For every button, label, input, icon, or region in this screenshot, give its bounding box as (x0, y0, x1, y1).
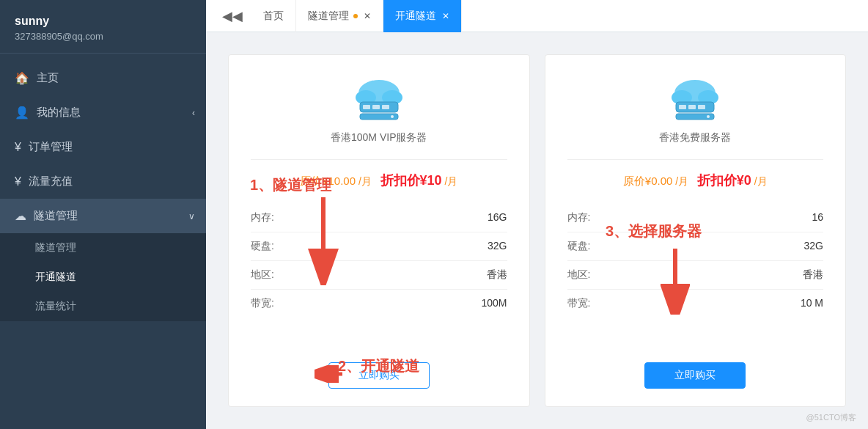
specs-vip: 内存: 16G 硬盘: 32G 地区: 香港 带宽: 100M (251, 204, 507, 318)
specs-free: 内存: 16 硬盘: 32G 地区: 香港 带宽: 10 M (567, 204, 824, 318)
svg-point-17 (707, 115, 710, 118)
spec-value-bw-vip: 100M (481, 297, 507, 310)
sidebar-username: sunny (15, 15, 191, 28)
price-discount-vip: 折扣价¥10 (380, 173, 442, 188)
server-name-vip: 香港100M VIP服务器 (331, 131, 427, 144)
tabbar: ◀◀ 首页 隧道管理 ✕ 开通隧道 ✕ (206, 0, 868, 32)
svg-rect-15 (698, 105, 705, 109)
price-unit2-vip: /月 (444, 175, 457, 187)
card-divider-vip (251, 159, 507, 160)
spec-value-mem-free: 16 (812, 211, 823, 224)
svg-rect-6 (382, 105, 389, 109)
price-discount-free: 折扣价¥0 (697, 173, 751, 188)
tab-tunnelmgmt[interactable]: 隧道管理 ✕ (296, 0, 383, 32)
server-card-hk-vip: 香港100M VIP服务器 原价¥10.00 /月 折扣价¥10 /月 内存: … (228, 54, 530, 407)
sidebar-item-tunnelmgmt-label: 隧道管理 (34, 209, 78, 223)
price-unit1-free: /月 (675, 175, 688, 187)
spec-label-mem-free: 内存: (567, 211, 591, 224)
card-divider-free (567, 159, 824, 160)
sidebar-nav: 🏠 主页 👤 我的信息 ‹ ¥ 订单管理 ¥ 流量充值 ☁ 隧道管理 ∨ 隧道管… (0, 54, 206, 429)
cloud-icon: ☁ (15, 209, 26, 223)
spec-value-mem-vip: 16G (488, 211, 507, 224)
server-name-free: 香港免费服务器 (659, 131, 731, 144)
price-row-free: 原价¥0.00 /月 折扣价¥0 /月 (623, 172, 768, 189)
price-original-free: 原价¥0.00 (623, 175, 673, 187)
buy-button-free[interactable]: 立即购买 (644, 362, 746, 389)
server-cloud-icon-vip (350, 77, 408, 121)
spec-label-disk-free: 硬盘: (567, 240, 591, 253)
sidebar-item-order[interactable]: ¥ 订单管理 (0, 130, 206, 164)
sidebar-user: sunny 327388905@qq.com (0, 0, 206, 54)
spec-row-disk-vip: 硬盘: 32G (251, 232, 507, 261)
main-content: ◀◀ 首页 隧道管理 ✕ 开通隧道 ✕ (206, 0, 868, 429)
home-icon: 🏠 (15, 71, 29, 85)
spec-row-region-vip: 地区: 香港 (251, 261, 507, 290)
sidebar-item-myinfo-label: 我的信息 (37, 106, 81, 120)
spec-value-region-free: 香港 (803, 268, 823, 282)
price-unit1-vip: /月 (358, 175, 372, 187)
order-icon: ¥ (15, 141, 21, 154)
spec-label-bw-vip: 带宽: (251, 297, 274, 310)
spec-value-bw-free: 10 M (801, 297, 823, 310)
tab-home-label: 首页 (263, 10, 284, 23)
spec-label-disk-vip: 硬盘: (251, 240, 274, 253)
svg-rect-13 (679, 105, 686, 109)
sidebar-subitem-opentunnel[interactable]: 开通隧道 (0, 263, 206, 292)
spec-row-bw-free: 带宽: 10 M (567, 290, 824, 318)
spec-row-bw-vip: 带宽: 100M (251, 290, 507, 318)
tab-opentunnel[interactable]: 开通隧道 ✕ (383, 0, 462, 32)
tab-home[interactable]: 首页 (251, 0, 296, 32)
traffic-icon: ¥ (15, 175, 21, 188)
sidebar-item-myinfo[interactable]: 👤 我的信息 ‹ (0, 95, 206, 130)
tab-back-button[interactable]: ◀◀ (213, 8, 251, 24)
sidebar-item-home[interactable]: 🏠 主页 (0, 61, 206, 95)
price-row-vip: 原价¥10.00 /月 折扣价¥10 /月 (300, 172, 457, 189)
price-unit2-free: /月 (754, 175, 768, 187)
spec-value-disk-free: 32G (804, 240, 823, 253)
server-card-hk-free: 香港免费服务器 原价¥0.00 /月 折扣价¥0 /月 内存: 16 硬盘: 3… (545, 54, 847, 407)
spec-label-mem-vip: 内存: (251, 211, 274, 224)
sidebar-item-order-label: 订单管理 (29, 140, 73, 154)
spec-row-region-free: 地区: 香港 (567, 261, 824, 290)
svg-rect-14 (688, 105, 696, 109)
sidebar-item-tunnelmgmt[interactable]: ☁ 隧道管理 ∨ (0, 199, 206, 233)
sidebar-subitem-trafficstats[interactable]: 流量统计 (0, 292, 206, 321)
spec-label-bw-free: 带宽: (567, 297, 591, 310)
tab-tunnelmgmt-label: 隧道管理 (308, 10, 349, 23)
spec-label-region-free: 地区: (567, 268, 591, 282)
spec-label-region-vip: 地区: (251, 268, 274, 282)
tab-dot (353, 14, 358, 18)
spec-row-mem-free: 内存: 16 (567, 204, 824, 232)
tab-opentunnel-label: 开通隧道 (395, 10, 436, 23)
svg-point-8 (391, 115, 394, 118)
buy-button-vip[interactable]: 立即购买 (328, 362, 430, 389)
content-area: 香港100M VIP服务器 原价¥10.00 /月 折扣价¥10 /月 内存: … (206, 32, 868, 429)
sidebar: sunny 327388905@qq.com 🏠 主页 👤 我的信息 ‹ ¥ 订… (0, 0, 206, 429)
sidebar-submenu: 隧道管理 开通隧道 流量统计 (0, 233, 206, 321)
sidebar-useremail: 327388905@qq.com (15, 31, 191, 42)
sidebar-subitem-tunnellist[interactable]: 隧道管理 (0, 233, 206, 263)
tab-opentunnel-close[interactable]: ✕ (442, 11, 449, 21)
tab-tunnelmgmt-close[interactable]: ✕ (364, 11, 371, 21)
spec-value-disk-vip: 32G (488, 240, 507, 253)
sidebar-item-home-label: 主页 (37, 71, 59, 85)
server-cloud-icon-free (666, 77, 724, 121)
spec-row-mem-vip: 内存: 16G (251, 204, 507, 232)
sidebar-item-traffic[interactable]: ¥ 流量充值 (0, 164, 206, 199)
chevron-right-icon: ‹ (192, 108, 195, 118)
spec-row-disk-free: 硬盘: 32G (567, 232, 824, 261)
footer-note: @51CTO博客 (806, 412, 856, 423)
svg-rect-5 (372, 105, 380, 109)
user-icon: 👤 (15, 106, 29, 120)
price-original-vip: 原价¥10.00 (300, 175, 356, 187)
chevron-down-icon: ∨ (188, 211, 195, 221)
sidebar-item-traffic-label: 流量充值 (29, 175, 73, 188)
svg-rect-4 (363, 105, 370, 109)
spec-value-region-vip: 香港 (487, 268, 507, 282)
